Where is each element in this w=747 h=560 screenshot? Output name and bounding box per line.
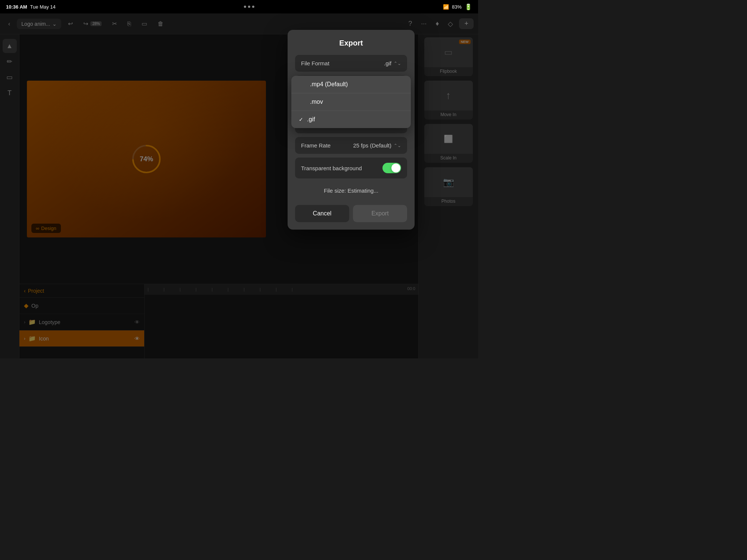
file-format-text: .gif <box>384 60 391 66</box>
dropdown-item-mp4[interactable]: .mp4 (Default) <box>291 76 411 93</box>
export-button[interactable]: Export <box>353 205 407 222</box>
export-actions: Cancel Export <box>295 205 407 222</box>
file-format-label: File Format <box>301 60 329 66</box>
wifi-icon: 📶 <box>443 4 449 10</box>
status-dot-3 <box>252 6 254 8</box>
battery-icon: 🔋 <box>465 3 472 10</box>
transparent-bg-toggle[interactable] <box>382 163 401 173</box>
status-dot-2 <box>248 6 250 8</box>
gif-checkmark-icon: ✓ <box>299 116 303 122</box>
gif-label: .gif <box>307 116 315 123</box>
status-bar-right: 📶 83% 🔋 <box>443 3 472 10</box>
status-center-dots <box>244 6 254 8</box>
format-dropdown[interactable]: .mp4 (Default) .mov ✓ .gif <box>291 76 411 128</box>
export-title: Export <box>295 39 407 47</box>
status-time: 10:36 AM <box>6 4 27 10</box>
frame-rate-label: Frame Rate <box>301 142 331 149</box>
mp4-label: .mp4 (Default) <box>310 81 348 88</box>
toggle-knob <box>391 164 400 172</box>
file-size-label: File size: <box>324 187 346 194</box>
status-bar-left: 10:36 AM Tue May 14 <box>6 4 56 10</box>
status-bar: 10:36 AM Tue May 14 📶 83% 🔋 <box>0 0 478 13</box>
mov-label: .mov <box>310 99 323 105</box>
status-date: Tue May 14 <box>30 4 56 10</box>
battery-text: 83% <box>452 4 462 10</box>
transparent-bg-row: Transparent background <box>295 158 407 178</box>
cancel-button[interactable]: Cancel <box>295 205 349 222</box>
dropdown-item-gif[interactable]: ✓ .gif <box>291 111 411 128</box>
frame-rate-value: 25 fps (Default) ⌃⌄ <box>353 142 401 149</box>
frame-rate-text: 25 fps (Default) <box>353 142 391 149</box>
transparent-bg-label: Transparent background <box>301 165 362 171</box>
frame-rate-field[interactable]: Frame Rate 25 fps (Default) ⌃⌄ <box>295 137 407 154</box>
frame-rate-stepper-icon: ⌃⌄ <box>394 143 401 148</box>
file-size-row: File size: Estimating... <box>295 182 407 199</box>
export-panel: Export File Format .gif ⌃⌄ .mp4 (Default… <box>288 30 415 230</box>
dropdown-item-mov[interactable]: .mov <box>291 93 411 111</box>
file-size-value: Estimating... <box>347 187 378 194</box>
file-format-value: .gif ⌃⌄ <box>384 60 401 66</box>
file-format-field[interactable]: File Format .gif ⌃⌄ .mp4 (Default) .mov <box>295 55 407 72</box>
modal-overlay: Export File Format .gif ⌃⌄ .mp4 (Default… <box>0 0 478 358</box>
status-dot-1 <box>244 6 246 8</box>
stepper-icon: ⌃⌄ <box>394 61 401 66</box>
